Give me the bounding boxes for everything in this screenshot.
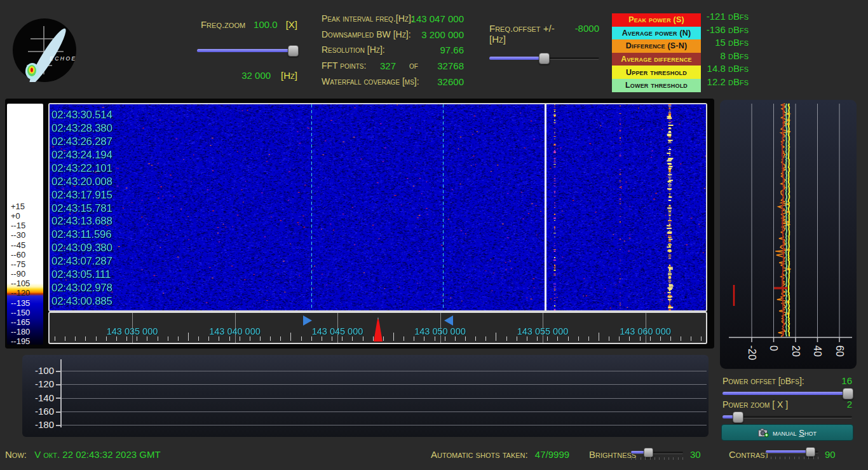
scale-label: --150: [11, 308, 30, 317]
freq-tick: [650, 336, 651, 341]
range-marker-left-arrow[interactable]: [444, 315, 453, 326]
plot-y-label: -120: [22, 378, 54, 389]
power-zoom-value: 2: [847, 399, 852, 410]
waterfall-display: 02:43:30.51402:43:28.38002:43:26.28702:4…: [48, 103, 707, 312]
freq-tick: [290, 333, 291, 341]
manual-shot-label: manual Shot: [773, 428, 817, 438]
waterfall-timestamp: 02:43:05.111: [51, 268, 111, 281]
dbfs-readout: 12.2 dBfs: [707, 76, 749, 87]
freq-span-unit: [Hz]: [281, 70, 297, 81]
freq-tick: [301, 336, 302, 341]
brightness-slider[interactable]: [631, 448, 683, 456]
shots-readout: Automatic shots taken: 47/9999: [431, 449, 569, 460]
power-offset-readout: Power offset [dBfs]: 16: [722, 375, 852, 386]
freq-tick: [455, 336, 456, 341]
echoes-logo: ECHOES: [13, 18, 76, 82]
scale-label: --90: [11, 270, 25, 279]
scale-label: --135: [11, 299, 30, 308]
dbfs-readout: 14.8 dBfs: [707, 63, 749, 74]
dbfs-readout: 15 dBfs: [715, 37, 749, 48]
freq-tick: [332, 336, 332, 341]
waterfall-timestamp: 02:43:20.008: [51, 176, 112, 188]
spectrum-axis-label: 0: [768, 345, 779, 351]
freq-tick: [311, 336, 312, 341]
echoes-app-window: ECHOES Freq.zoom 100.0 [X] 32 000 [Hz] P…: [0, 0, 868, 470]
stat-waterfall-coverage: Waterfall coverage [ms]: 32600: [322, 76, 464, 88]
freq-tick: [126, 336, 127, 341]
waterfall-timestamp: 02:43:30.514: [51, 109, 112, 121]
power-offset-value: 16: [841, 375, 852, 386]
freq-offset-slider-handle[interactable]: [539, 53, 550, 64]
plot-gridline: [61, 398, 707, 399]
brightness-value: 30: [690, 449, 701, 460]
waterfall-timestamp: 02:43:24.194: [51, 149, 112, 162]
freq-tick: [106, 336, 107, 341]
stats-panel: Peak interval freq.[Hz]: 143 047 000 Dow…: [322, 13, 464, 93]
stat-resolution: Resolution [Hz]: 97.66: [322, 45, 464, 56]
waterfall-timestamp: 02:43:22.101: [51, 162, 112, 175]
freq-zoom-readout: Freq.zoom 100.0 [X]: [191, 19, 297, 30]
freq-tick: [393, 333, 394, 341]
brightness-label-wrap: Brightness: [589, 449, 636, 460]
power-zoom-slider-handle[interactable]: [733, 411, 743, 423]
frequency-axis: 143 035 000143 040 000143 045 000143 050…: [48, 312, 707, 344]
power-offset-slider-handle[interactable]: [843, 388, 853, 399]
freq-offset-slider[interactable]: [489, 53, 599, 63]
freq-tick: [619, 336, 620, 341]
plot-y-label: -140: [22, 392, 54, 403]
freq-tick: [116, 336, 117, 341]
dbfs-readouts: -121 dBfs-136 dBfs15 dBfs8 dBfs14.8 dBfs…: [685, 11, 749, 93]
freq-tick: [557, 336, 558, 341]
freq-tick: [701, 336, 702, 341]
freq-tick: [383, 336, 384, 341]
stat-peak-interval-freq: Peak interval freq.[Hz]: 143 047 000: [322, 13, 464, 25]
freq-tick: [485, 336, 486, 341]
freq-tick: [147, 336, 147, 341]
freq-tick: [240, 336, 240, 341]
freq-tick: [475, 336, 476, 341]
dbfs-readout: 8 dBfs: [720, 50, 749, 61]
freq-zoom-slider-handle[interactable]: [288, 45, 299, 57]
freq-tick: [85, 336, 86, 341]
freq-offset-readout: Freq.offset +/- [Hz] -8000: [489, 23, 599, 45]
freq-tick: [352, 336, 353, 341]
freq-tick: [414, 336, 414, 341]
contrast-value-wrap: 90: [825, 449, 836, 460]
freq-tick: [640, 336, 641, 341]
shots-value: 47/9999: [535, 449, 569, 460]
now-label: Now:: [5, 449, 27, 460]
power-offset-slider[interactable]: [722, 388, 852, 398]
power-zoom-readout: Power zoom [ X ] 2: [722, 399, 852, 410]
freq-tick: [178, 336, 179, 341]
scale-label: --195: [11, 337, 30, 346]
freq-tick: [445, 336, 445, 341]
freq-span-value: 32 000: [241, 70, 271, 81]
manual-shot-button[interactable]: manual Shot: [721, 424, 853, 441]
stat-fft-points: FFT points: 327 of 32768: [322, 60, 464, 72]
clock-readout: Now: V окт. 22 02:43:32 2023 GMT: [5, 449, 161, 460]
plot-gridline: [61, 425, 707, 425]
power-zoom-slider[interactable]: [722, 411, 852, 422]
contrast-slider-handle[interactable]: [806, 447, 815, 457]
freq-tick: [568, 336, 569, 341]
lower-threshold-trace: [786, 104, 787, 336]
contrast-slider[interactable]: [766, 447, 818, 455]
camera-icon: [758, 428, 769, 438]
spectrum-axis-label: 20: [790, 345, 801, 357]
brightness-value-wrap: 30: [690, 449, 701, 460]
freq-zoom-slider[interactable]: [197, 45, 297, 55]
freq-tick: [65, 336, 65, 341]
power-history-plot: -100-120-140-160-180: [22, 355, 709, 437]
brightness-slider-handle[interactable]: [644, 448, 653, 457]
range-marker-right-arrow[interactable]: [303, 315, 312, 326]
freq-tick: [208, 336, 209, 341]
freq-tick: [96, 336, 97, 341]
spectrum-axis-label: 60: [834, 345, 845, 357]
scale-label: --60: [11, 251, 25, 259]
upper-threshold-trace: [789, 104, 789, 336]
freq-tick: [517, 336, 517, 341]
contrast-label: Contrast: [729, 449, 769, 460]
waterfall-timestamp: 02:43:17.915: [51, 189, 112, 202]
freq-tick: [260, 336, 261, 341]
plot-y-label: -160: [22, 406, 54, 417]
